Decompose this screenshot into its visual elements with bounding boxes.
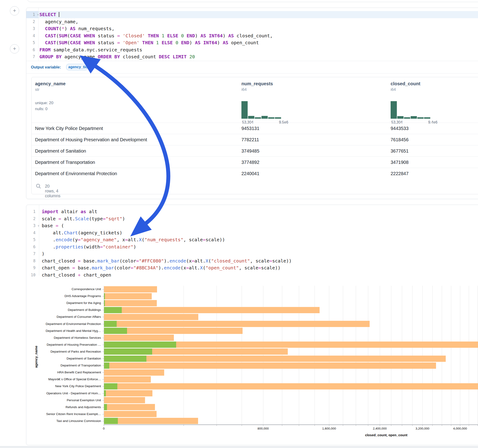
line-number: 5 <box>26 39 35 46</box>
python-cell-card: 123∨45678910 import altair as altscale =… <box>26 205 478 445</box>
table-row[interactable]: Department of Environmental Protection22… <box>31 168 478 179</box>
add-cell-button-top[interactable]: + <box>10 6 19 15</box>
output-variable-row: Output variable: agency_tickets <box>31 61 478 73</box>
table-cell: 2240041 <box>241 168 259 179</box>
output-variable-pill[interactable]: agency_tickets <box>66 64 88 70</box>
code-fold-icon[interactable]: ∨ <box>37 11 39 19</box>
code-line[interactable]: agency_name, <box>39 18 273 25</box>
line-number: 10 <box>26 272 36 279</box>
line-number: 6 <box>26 46 35 53</box>
code-line[interactable]: COUNT(*) AS num_requests, <box>39 25 273 32</box>
line-number: 2 <box>26 215 36 222</box>
table-cell: 7618456 <box>391 134 409 145</box>
histogram-bar <box>391 101 397 119</box>
table-cell: 2222847 <box>391 168 409 179</box>
line-number: 1 <box>26 208 36 215</box>
table-cell: 3471908 <box>391 157 409 168</box>
code-line[interactable]: chart_closed + chart_open <box>42 272 292 279</box>
histogram-bar <box>417 117 424 119</box>
code-line[interactable]: CAST(SUM(CASE WHEN status = 'Closed' THE… <box>39 32 273 39</box>
column-stat-unique: unique: 20 <box>35 101 65 105</box>
code-line[interactable]: chart_open = base.mark_bar(color="#8BC34… <box>42 264 292 272</box>
table-row[interactable]: Department of Transportation377489234719… <box>31 156 478 168</box>
code-line[interactable]: FROM sample_data.nyc.service_requests <box>39 46 273 53</box>
column-name: closed_count <box>391 81 420 87</box>
histogram-bar <box>397 116 403 119</box>
row-count-text: 20 rows, 4 columns <box>45 184 60 199</box>
table-row[interactable]: Department of Housing Preservation and D… <box>31 134 478 145</box>
column-dtype: i64 <box>241 87 273 92</box>
code-line[interactable]: GROUP BY agency_name ORDER BY closed_cou… <box>39 53 273 60</box>
line-number: 2 <box>26 18 35 25</box>
histogram-bar <box>268 117 274 119</box>
column-header-num-requests[interactable]: num_requests i64 53,304 9.5e6 <box>241 81 273 92</box>
line-number: 6 <box>26 243 36 250</box>
line-number: 7 <box>26 250 36 257</box>
histogram-bar <box>241 101 248 119</box>
code-line[interactable]: .properties(width="container") <box>42 243 292 250</box>
result-table-panel: agency_name str unique: 20 nulls: 0 num_… <box>31 77 478 194</box>
table-row[interactable]: Department of Sanitation37494853677651 <box>31 145 478 157</box>
code-line[interactable]: import altair as alt <box>42 208 292 215</box>
table-cell: 9453131 <box>241 123 259 134</box>
table-cell: 9443533 <box>391 123 409 134</box>
line-number: 1∨ <box>26 11 35 18</box>
table-cell: Department of Sanitation <box>35 145 86 157</box>
output-variable-label: Output variable: <box>31 65 61 70</box>
line-number: 7 <box>26 53 35 60</box>
code-line[interactable]: .encode(y="agency_name", x=alt.X("num_re… <box>42 236 292 243</box>
histogram-bar <box>248 116 254 119</box>
column-dtype: str <box>35 87 65 92</box>
column-dtype: i64 <box>391 87 420 92</box>
code-fold-icon[interactable]: ∨ <box>38 222 39 230</box>
code-line[interactable]: ) <box>42 250 292 257</box>
line-number: 4 <box>26 32 35 39</box>
line-number: 8 <box>26 257 36 265</box>
table-cell: Department of Environmental Protection <box>35 168 117 179</box>
previous-cell-edge <box>27 0 478 2</box>
code-line[interactable]: base = ( <box>42 222 292 229</box>
table-cell: 3749485 <box>241 145 259 157</box>
line-number: 9 <box>26 264 36 272</box>
code-line[interactable]: CAST(SUM(CASE WHEN status = 'Open' THEN … <box>39 39 273 46</box>
table-cell: Department of Transportation <box>35 157 95 168</box>
table-row[interactable]: New York City Police Department945313194… <box>31 123 478 134</box>
column-header-closed-count[interactable]: closed_count i64 53,304 9.4e6 <box>391 81 420 92</box>
histogram-bar <box>424 117 430 119</box>
code-line[interactable]: SELECT <box>39 11 273 18</box>
sql-code-editor[interactable]: SELECT agency_name, COUNT(*) AS num_requ… <box>39 11 273 60</box>
histogram-bar <box>275 117 281 119</box>
column-name: agency_name <box>35 81 65 87</box>
search-icon[interactable] <box>36 183 41 189</box>
line-number: 5 <box>26 236 36 243</box>
closed-count-histogram <box>391 101 430 119</box>
line-number: 3 <box>26 25 35 32</box>
table-cell: 7782211 <box>241 134 259 145</box>
table-cell: Department of Housing Preservation and D… <box>35 134 147 145</box>
num-requests-histogram <box>241 101 281 119</box>
line-number: 4 <box>26 229 36 236</box>
histogram-bar <box>404 117 410 119</box>
code-line[interactable]: alt.Chart(agency_tickets) <box>42 229 292 236</box>
histogram-bar <box>262 116 268 119</box>
column-name: num_requests <box>241 81 273 87</box>
gutter-divider <box>39 205 39 276</box>
line-number: 3∨ <box>26 222 36 229</box>
table-cell: 3774892 <box>241 157 259 168</box>
text-cursor <box>59 12 59 17</box>
table-cell: New York City Police Department <box>35 123 103 134</box>
sql-line-numbers: 1∨234567 <box>26 11 35 60</box>
column-header-agency-name[interactable]: agency_name str unique: 20 nulls: 0 <box>35 81 65 111</box>
histogram-bar <box>411 116 417 119</box>
python-line-numbers: 123∨45678910 <box>26 208 36 278</box>
column-stat-nulls: nulls: 0 <box>35 107 65 111</box>
table-cell: 3677651 <box>391 145 409 157</box>
python-code-editor[interactable]: import altair as altscale = alt.Scale(ty… <box>42 208 292 278</box>
histogram-bar <box>255 117 261 119</box>
cell-divider <box>26 73 478 74</box>
next-cell-edge <box>0 446 478 448</box>
code-line[interactable]: scale = alt.Scale(type="sqrt") <box>42 215 292 222</box>
add-cell-button-middle[interactable]: + <box>10 44 19 53</box>
sql-cell-card: 1∨234567 SELECT agency_name, COUNT(*) AS… <box>26 8 478 199</box>
code-line[interactable]: chart_closed = base.mark_bar(color="#FFC… <box>42 257 292 265</box>
